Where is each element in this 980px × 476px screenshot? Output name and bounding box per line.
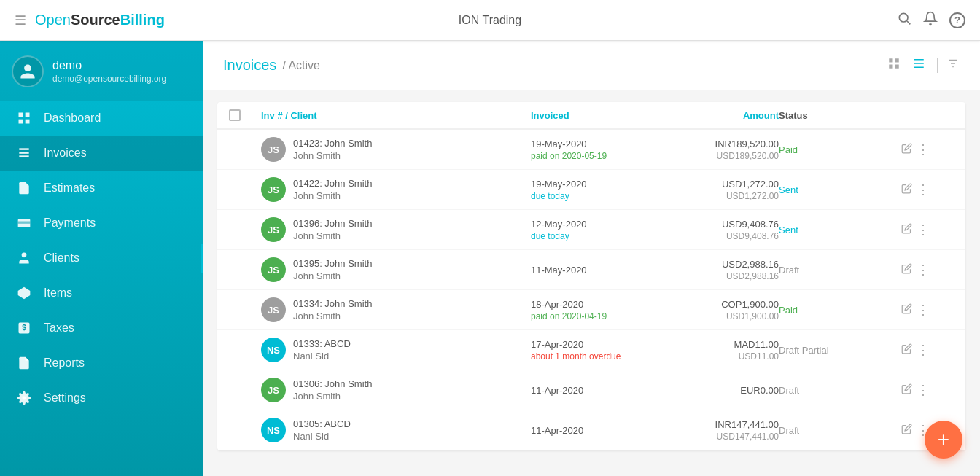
row-amount-2: USD9,408.76 USD9,408.76 bbox=[662, 219, 779, 241]
row-date-5: 17-Apr-2020 about 1 month overdue bbox=[531, 339, 662, 362]
amount-sub-3: USD2,988.16 bbox=[662, 271, 779, 281]
add-invoice-fab[interactable]: + bbox=[925, 421, 962, 459]
status-badge-4: Paid bbox=[779, 305, 798, 316]
row-date-2: 12-May-2020 due today bbox=[531, 219, 662, 241]
row-status-6: Draft bbox=[779, 385, 895, 396]
inv-number-6[interactable]: 01306: John Smith bbox=[293, 378, 372, 389]
sidebar-item-payments[interactable]: Payments bbox=[0, 206, 203, 241]
avatar bbox=[12, 55, 44, 87]
main-layout: demo demo@opensourcebilling.org Dashboar… bbox=[0, 41, 980, 476]
sidebar-item-reports[interactable]: Reports bbox=[0, 346, 203, 381]
page-title: Invoices bbox=[223, 57, 276, 74]
svg-rect-10 bbox=[18, 222, 31, 224]
row-info-6: 01306: John Smith John Smith bbox=[293, 378, 372, 402]
sidebar-item-taxes[interactable]: $ Taxes bbox=[0, 311, 203, 346]
row-client-cell-0: JS 01423: John Smith John Smith bbox=[261, 137, 531, 162]
more-icon-3[interactable]: ⋮ bbox=[917, 262, 930, 278]
sidebar-item-estimates[interactable]: Estimates bbox=[0, 171, 203, 206]
edit-icon-2[interactable] bbox=[901, 223, 912, 237]
sidebar-item-settings[interactable]: Settings bbox=[0, 381, 203, 415]
sidebar-item-invoices[interactable]: Invoices bbox=[0, 136, 203, 171]
hamburger-icon[interactable]: ☰ bbox=[15, 12, 26, 28]
table-row: JS 01395: John Smith John Smith 11-May-2… bbox=[217, 250, 965, 290]
edit-icon-3[interactable] bbox=[901, 263, 912, 277]
sidebar-label-reports: Reports bbox=[44, 356, 85, 370]
svg-rect-5 bbox=[26, 120, 30, 124]
row-amount-3: USD2,988.16 USD2,988.16 bbox=[662, 259, 779, 281]
sidebar-item-dashboard[interactable]: Dashboard bbox=[0, 101, 203, 136]
edit-icon-0[interactable] bbox=[901, 143, 912, 157]
client-name-1: John Smith bbox=[293, 190, 372, 201]
table-row: JS 01396: John Smith John Smith 12-May-2… bbox=[217, 210, 965, 250]
inv-number-5[interactable]: 01333: ABCD bbox=[293, 338, 351, 349]
bell-icon[interactable] bbox=[923, 11, 938, 29]
date-text-3: 11-May-2020 bbox=[531, 265, 662, 276]
edit-icon-7[interactable] bbox=[901, 424, 912, 437]
row-date-1: 19-May-2020 due today bbox=[531, 179, 662, 201]
edit-icon-5[interactable] bbox=[901, 343, 912, 357]
list-view-button[interactable] bbox=[909, 54, 928, 77]
user-section: demo demo@opensourcebilling.org bbox=[0, 41, 203, 101]
inv-number-3[interactable]: 01395: John Smith bbox=[293, 258, 372, 269]
inv-number-0[interactable]: 01423: John Smith bbox=[293, 138, 372, 149]
amount-sub-0: USD189,520.00 bbox=[662, 151, 779, 161]
sidebar-item-clients[interactable]: Clients bbox=[0, 241, 203, 276]
edit-icon-4[interactable] bbox=[901, 303, 912, 317]
amount-main-5: MAD11.00 bbox=[662, 339, 779, 350]
amount-sub-1: USD1,272.00 bbox=[662, 191, 779, 201]
date-text-0: 19-May-2020 bbox=[531, 138, 662, 149]
row-info-4: 01334: John Smith John Smith bbox=[293, 298, 372, 321]
th-invoiced: Invoiced bbox=[531, 110, 662, 121]
table-row: JS 01306: John Smith John Smith 11-Apr-2… bbox=[217, 370, 965, 410]
search-icon[interactable] bbox=[897, 11, 911, 29]
more-icon-6[interactable]: ⋮ bbox=[917, 382, 930, 398]
inv-number-2[interactable]: 01396: John Smith bbox=[293, 218, 372, 229]
row-amount-0: INR189,520.00 USD189,520.00 bbox=[662, 138, 779, 161]
amount-main-2: USD9,408.76 bbox=[662, 219, 779, 230]
inv-number-4[interactable]: 01334: John Smith bbox=[293, 298, 372, 309]
date-text-2: 12-May-2020 bbox=[531, 219, 662, 230]
help-icon[interactable]: ? bbox=[949, 12, 965, 28]
select-all-checkbox[interactable] bbox=[229, 109, 241, 121]
view-controls bbox=[884, 54, 960, 77]
row-info-0: 01423: John Smith John Smith bbox=[293, 138, 372, 161]
th-check bbox=[229, 109, 261, 121]
row-client-cell-3: JS 01395: John Smith John Smith bbox=[261, 257, 531, 282]
sidebar-label-settings: Settings bbox=[44, 391, 86, 405]
row-actions-2: ⋮ bbox=[901, 222, 954, 238]
sidebar-label-dashboard: Dashboard bbox=[44, 112, 101, 125]
more-icon-4[interactable]: ⋮ bbox=[917, 302, 930, 318]
reports-icon bbox=[15, 356, 34, 370]
status-badge-2: Sent bbox=[779, 225, 798, 235]
page-title-area: Invoices / Active bbox=[223, 57, 320, 74]
more-icon-1[interactable]: ⋮ bbox=[917, 182, 930, 198]
row-client-cell-2: JS 01396: John Smith John Smith bbox=[261, 217, 531, 242]
edit-icon-1[interactable] bbox=[901, 183, 912, 197]
amount-sub-7: USD147,441.00 bbox=[662, 432, 779, 442]
svg-rect-21 bbox=[914, 63, 924, 64]
client-name-4: John Smith bbox=[293, 311, 372, 321]
grid-view-button[interactable] bbox=[884, 54, 903, 77]
company-name: ION Trading bbox=[459, 14, 521, 27]
top-header: ☰ Open Source Billing ION Trading ? bbox=[0, 0, 980, 41]
more-icon-0[interactable]: ⋮ bbox=[917, 141, 930, 157]
sidebar-item-items[interactable]: Items bbox=[0, 276, 203, 311]
inv-number-7[interactable]: 01305: ABCD bbox=[293, 418, 351, 429]
filter-button[interactable] bbox=[946, 57, 960, 74]
items-icon bbox=[15, 286, 34, 300]
more-icon-2[interactable]: ⋮ bbox=[917, 222, 930, 238]
status-badge-3: Draft bbox=[779, 265, 799, 276]
row-client-cell-7: NS 01305: ABCD Nani Sid bbox=[261, 418, 531, 442]
more-icon-5[interactable]: ⋮ bbox=[917, 342, 930, 358]
inv-number-1[interactable]: 01422: John Smith bbox=[293, 178, 372, 189]
row-client-cell-1: JS 01422: John Smith John Smith bbox=[261, 177, 531, 202]
dashboard-icon bbox=[15, 111, 34, 125]
row-client-cell-6: JS 01306: John Smith John Smith bbox=[261, 378, 531, 402]
client-name-2: John Smith bbox=[293, 230, 372, 241]
row-amount-4: COP1,900.00 USD1,900.00 bbox=[662, 299, 779, 321]
edit-icon-6[interactable] bbox=[901, 383, 912, 397]
invoice-table: Inv # / Client Invoiced Amount Status JS… bbox=[217, 102, 965, 450]
amount-main-4: COP1,900.00 bbox=[662, 299, 779, 310]
row-actions-1: ⋮ bbox=[901, 182, 954, 198]
row-status-5: Draft Partial bbox=[779, 345, 895, 356]
